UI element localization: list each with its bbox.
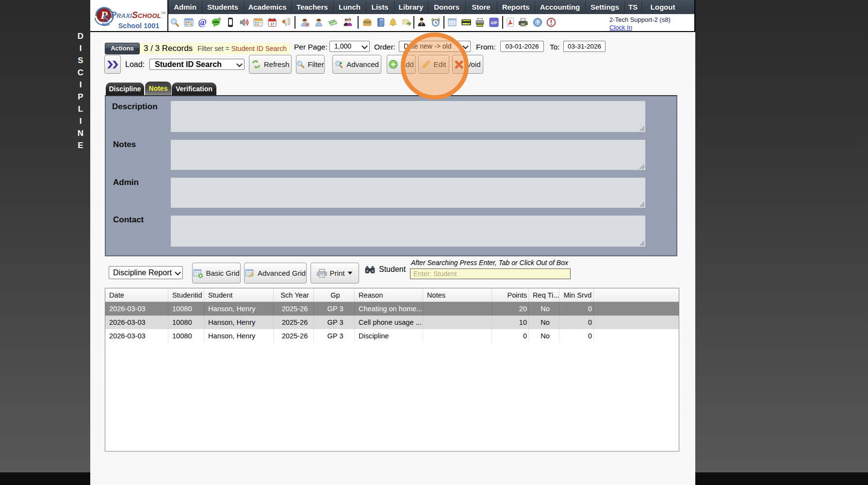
svg-text:17: 17 — [270, 22, 274, 26]
svg-text:?: ? — [536, 19, 540, 25]
svg-text:S: S — [103, 12, 109, 25]
svg-text:A/P: A/P — [491, 20, 497, 25]
svg-text:@: @ — [198, 17, 207, 27]
